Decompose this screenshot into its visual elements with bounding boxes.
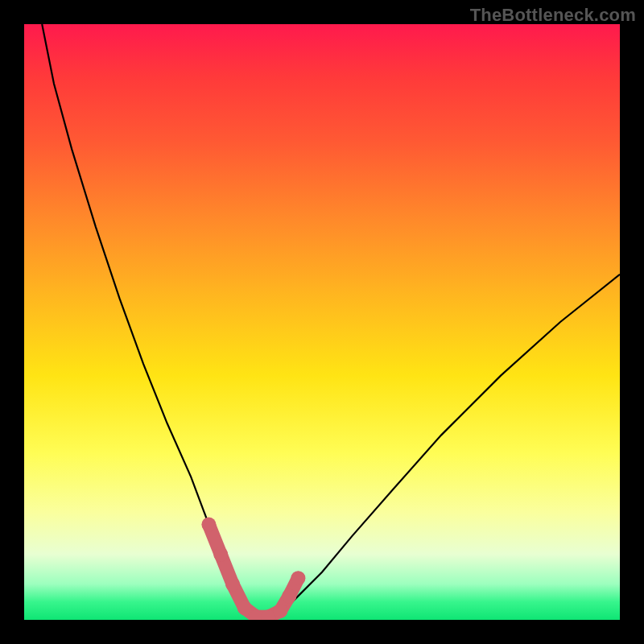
optimal-range-dots bbox=[201, 518, 305, 620]
chart-frame: TheBottleneck.com bbox=[0, 0, 644, 644]
watermark-text: TheBottleneck.com bbox=[470, 5, 636, 26]
gradient-plot-area bbox=[24, 24, 620, 620]
optimal-dot bbox=[237, 601, 252, 615]
bottleneck-curve bbox=[42, 24, 620, 620]
optimal-dot bbox=[291, 571, 305, 585]
curve-layer bbox=[24, 24, 620, 620]
optimal-dot bbox=[225, 577, 240, 592]
optimal-dot bbox=[273, 604, 287, 618]
optimal-dot bbox=[201, 518, 216, 532]
optimal-dot bbox=[282, 588, 296, 603]
optimal-dot bbox=[213, 547, 228, 562]
